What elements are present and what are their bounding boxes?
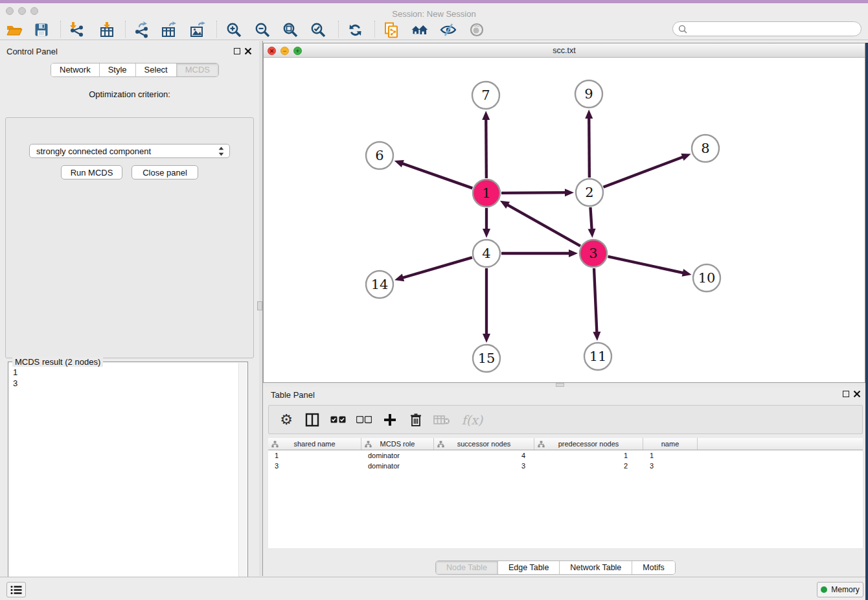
panel-divider-handle[interactable] [257, 301, 262, 310]
table-tab-network-table[interactable]: Network Table [560, 561, 632, 574]
graph-edge-arrowhead [682, 269, 692, 277]
graph-edge-arrowhead [588, 229, 596, 238]
show-all-icon[interactable] [468, 21, 486, 39]
graph-edge-arrowhead [585, 110, 593, 119]
delete-column-icon[interactable] [407, 411, 424, 428]
show-column-icon[interactable] [304, 411, 321, 428]
graph-node-label: 8 [701, 141, 709, 156]
tab-mcds[interactable]: MCDS [177, 63, 218, 76]
graph-edge-3-10[interactable] [608, 257, 684, 273]
run-mcds-button[interactable]: Run MCDS [61, 165, 122, 179]
graph-edge-arrowhead [394, 274, 404, 282]
desktop-edge-top [0, 0, 868, 3]
function-builder-icon-disabled: f(x) [459, 411, 485, 428]
mcds-result-scrollbar[interactable] [238, 363, 247, 600]
graph-node-label: 11 [589, 349, 607, 364]
graph-node-label: 7 [481, 87, 490, 103]
column-header-shared-name[interactable]: shared name [268, 438, 361, 450]
graph-node-label: 9 [584, 86, 593, 102]
graph-edge-1-7[interactable] [486, 118, 486, 178]
tab-select[interactable]: Select [136, 63, 177, 76]
toolbar-separator [374, 21, 375, 38]
memory-status-dot [821, 586, 827, 593]
first-neighbors-icon[interactable] [411, 21, 429, 39]
hide-selected-icon[interactable] [439, 21, 457, 39]
table-row[interactable]: 1dominator411 [268, 450, 863, 461]
graph-edge-3-11[interactable] [594, 268, 597, 334]
column-header-label: shared name [293, 440, 335, 448]
close-panel-button[interactable]: Close panel [131, 165, 198, 179]
tree-icon [437, 441, 444, 449]
clone-network-icon[interactable] [382, 21, 400, 39]
export-table-icon[interactable] [160, 21, 178, 39]
tree-icon [365, 441, 372, 449]
select-all-columns-icon[interactable] [330, 411, 347, 428]
graph-edge-2-3[interactable] [590, 207, 591, 231]
tab-style[interactable]: Style [100, 63, 136, 76]
table-row[interactable]: 3dominator323 [268, 461, 863, 471]
control-panel: Control Panel NetworkStyleSelectMCDS Opt… [0, 41, 259, 576]
mcds-result-list[interactable]: 13 [11, 365, 237, 600]
table-cell: 1 [534, 452, 643, 459]
search-input[interactable] [691, 25, 852, 34]
tree-icon [271, 441, 279, 449]
dropdown-stepper-icon [218, 146, 224, 156]
table-panel: Table Panel ⚙ f(x) [263, 387, 865, 576]
table-float-panel-icon[interactable] [843, 391, 849, 397]
table-tab-node-table[interactable]: Node Table [436, 561, 498, 574]
graph-edge-1-6[interactable] [401, 163, 472, 189]
table-toolbar: ⚙ f(x) [268, 405, 863, 434]
graph-edge-1-2[interactable] [501, 192, 567, 193]
create-column-icon[interactable] [382, 411, 398, 428]
optimization-criterion-dropdown[interactable]: strongly connected component [29, 144, 230, 158]
deselect-all-columns-icon[interactable] [356, 411, 372, 428]
column-header-mcds-role[interactable]: MCDS role [361, 438, 434, 450]
import-network-icon[interactable] [67, 21, 86, 39]
column-header-predecessor-nodes[interactable]: predecessor nodes [534, 438, 643, 450]
save-session-icon[interactable] [32, 21, 51, 39]
show-panels-list-button[interactable] [6, 582, 26, 597]
close-panel-icon[interactable] [244, 47, 252, 55]
export-network-icon[interactable] [132, 21, 150, 39]
graph-edge-2-9[interactable] [589, 117, 589, 178]
column-header-successor-nodes[interactable]: successor nodes [434, 438, 534, 450]
column-header-name[interactable]: name [643, 438, 698, 450]
search-field[interactable] [672, 21, 862, 36]
network-frame-titlebar[interactable]: ✕ − + scc.txt [264, 43, 865, 58]
table-tab-edge-table[interactable]: Edge Table [498, 561, 560, 574]
column-header-label: predecessor nodes [558, 440, 619, 448]
table-cell: 3 [643, 462, 698, 470]
table-body: 1dominator4113dominator323 [268, 450, 863, 471]
table-close-panel-icon[interactable] [853, 390, 861, 398]
export-image-icon[interactable] [188, 21, 207, 39]
float-panel-icon[interactable] [234, 48, 240, 54]
import-table-icon[interactable] [98, 21, 116, 39]
memory-label: Memory [831, 585, 859, 594]
apply-layout-refresh-icon[interactable] [346, 21, 364, 39]
graph-edge-4-14[interactable] [402, 257, 472, 278]
graph-edge-arrowhead [681, 154, 691, 161]
graph-edge-arrowhead [565, 189, 574, 196]
graph-edge-arrowhead [569, 249, 578, 257]
table-cell: 4 [434, 452, 534, 459]
graph-node-label: 2 [585, 185, 593, 200]
table-cell: 2 [534, 462, 643, 470]
zoom-in-icon[interactable] [225, 21, 243, 39]
mcds-result-groupbox: MCDS result (2 nodes) 13 [8, 362, 248, 600]
control-panel-tabs: NetworkStyleSelectMCDS [51, 63, 219, 77]
delete-table-icon-disabled [433, 411, 450, 428]
zoom-fit-icon[interactable] [281, 21, 299, 39]
zoom-out-icon[interactable] [253, 21, 271, 39]
open-session-icon[interactable] [5, 21, 23, 39]
graph-edge-2-8[interactable] [604, 156, 685, 187]
zoom-selected-icon[interactable] [309, 21, 327, 39]
table-options-gear-icon[interactable]: ⚙ [278, 411, 295, 428]
network-view-frame: ✕ − + scc.txt 7968124314101511 [263, 43, 865, 383]
table-tab-motifs[interactable]: Motifs [632, 561, 674, 574]
graph-edge-3-1[interactable] [506, 204, 580, 246]
column-header-label: MCDS role [380, 440, 415, 448]
network-frame-title: scc.txt [264, 46, 865, 55]
network-canvas[interactable]: 7968124314101511 [264, 58, 865, 382]
memory-button[interactable]: Memory [817, 582, 863, 597]
tab-network[interactable]: Network [51, 63, 100, 76]
